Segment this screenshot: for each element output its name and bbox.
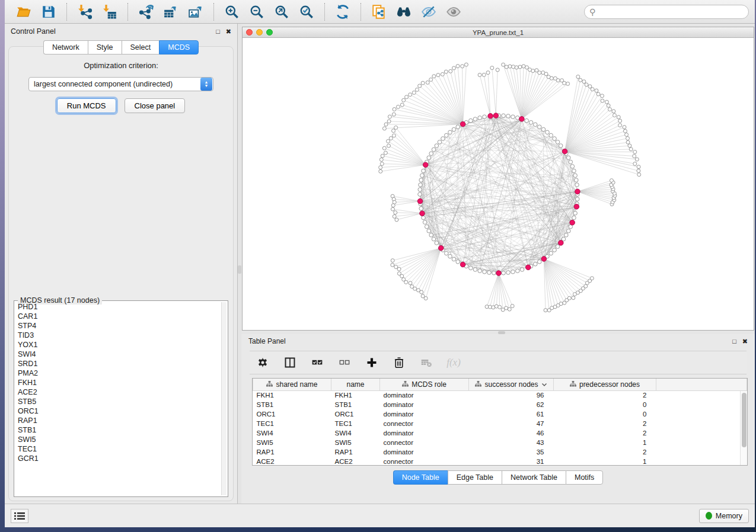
mcds-result-item[interactable]: ORC1 [15, 406, 221, 416]
mcds-result-item[interactable]: SWI4 [15, 350, 221, 359]
network-canvas[interactable] [243, 38, 756, 331]
table-cell[interactable]: 43 [469, 438, 554, 447]
table-cell[interactable]: 2 [554, 390, 656, 400]
table-cell[interactable]: FKH1 [253, 390, 331, 400]
table-cell[interactable]: FKH1 [331, 390, 380, 400]
table-cell[interactable]: 2 [554, 428, 656, 438]
table-cell[interactable]: dominator [380, 390, 469, 400]
table-cell[interactable]: STB1 [331, 400, 380, 409]
table-cell[interactable]: SWI4 [331, 428, 380, 438]
hide-selected-button[interactable] [420, 4, 437, 20]
export-network-button[interactable] [138, 4, 154, 20]
table-cell[interactable]: ORC1 [331, 409, 380, 419]
mcds-result-item[interactable]: YOX1 [15, 340, 221, 350]
close-panel-icon[interactable]: ✖ [742, 338, 748, 345]
show-columns-button[interactable] [283, 355, 297, 370]
table-row[interactable]: SWI5SWI5connector431 [253, 438, 747, 447]
zoom-fit-button[interactable] [273, 4, 290, 20]
table-cell[interactable]: connector [380, 419, 469, 428]
table-row[interactable]: ACE2ACE2connector311 [253, 457, 747, 466]
zoom-selected-button[interactable] [298, 4, 315, 20]
table-settings-button[interactable] [256, 355, 270, 370]
save-button[interactable] [40, 4, 57, 20]
column-name[interactable]: name [331, 379, 380, 390]
mcds-result-item[interactable]: SRD1 [15, 359, 221, 368]
column-shared-name[interactable]: shared name [253, 379, 331, 390]
mcds-result-item[interactable]: FKH1 [15, 378, 221, 387]
function-builder-button[interactable]: f(x) [446, 355, 461, 370]
float-panel-icon[interactable]: □ [732, 338, 736, 345]
table-cell[interactable]: RAP1 [331, 447, 380, 457]
tab-motifs[interactable]: Motifs [566, 470, 603, 485]
network-window-titlebar[interactable]: YPA_prune.txt_1 [243, 27, 754, 38]
table-cell[interactable]: STB1 [253, 400, 331, 409]
column-predecessor-nodes[interactable]: predecessor nodes [554, 379, 656, 390]
open-folder-button[interactable] [15, 4, 32, 20]
show-all-button[interactable] [445, 4, 462, 20]
table-row[interactable]: RAP1RAP1dominator352 [253, 447, 747, 457]
mcds-result-item[interactable]: STB1 [15, 425, 221, 435]
refresh-button[interactable] [334, 4, 351, 20]
table-cell[interactable]: 0 [554, 400, 656, 409]
mcds-result-item[interactable]: TEC1 [15, 444, 221, 454]
table-cell[interactable]: SWI5 [253, 438, 331, 447]
mcds-result-item[interactable]: STB5 [15, 397, 221, 406]
table-cell[interactable]: dominator [380, 400, 469, 409]
table-cell[interactable]: dominator [380, 409, 469, 419]
tab-network-table[interactable]: Network Table [502, 470, 566, 485]
table-cell[interactable]: connector [380, 438, 469, 447]
clone-network-button[interactable] [371, 4, 387, 20]
first-neighbors-button[interactable] [395, 4, 412, 20]
delete-table-button[interactable] [419, 355, 433, 370]
tab-select[interactable]: Select [122, 40, 160, 55]
table-row[interactable]: ORC1ORC1dominator610 [253, 409, 747, 419]
table-scrollbar-thumb[interactable] [742, 393, 747, 447]
table-cell[interactable]: SWI4 [253, 428, 331, 438]
table-row[interactable]: TEC1TEC1connector472 [253, 419, 747, 428]
mcds-result-list[interactable]: PHD1CAR1STP4TID3YOX1SWI4SRD1PMA2FKH1ACE2… [15, 302, 221, 495]
table-cell[interactable]: SWI5 [331, 438, 380, 447]
select-all-button[interactable] [310, 355, 324, 370]
close-panel-button[interactable]: Close panel [125, 98, 186, 113]
tab-style[interactable]: Style [88, 40, 122, 55]
mcds-list-scrollbar[interactable] [221, 302, 227, 495]
tab-network[interactable]: Network [43, 40, 88, 55]
table-cell[interactable]: dominator [380, 447, 469, 457]
table-cell[interactable]: connector [380, 457, 469, 466]
table-cell[interactable]: RAP1 [253, 447, 331, 457]
mcds-result-item[interactable]: RAP1 [15, 416, 221, 425]
table-cell[interactable]: ORC1 [253, 409, 331, 419]
mcds-result-item[interactable]: TID3 [15, 331, 221, 340]
column-mcds-role[interactable]: MCDS role [380, 379, 469, 390]
table-cell[interactable]: 31 [469, 457, 554, 466]
table-cell[interactable]: dominator [380, 428, 469, 438]
zoom-out-button[interactable] [248, 4, 265, 20]
table-row[interactable]: FKH1FKH1dominator962 [253, 390, 747, 400]
search-input[interactable] [598, 8, 744, 16]
task-history-button[interactable] [11, 509, 28, 523]
delete-row-button[interactable] [392, 355, 406, 370]
table-cell[interactable]: 1 [554, 438, 656, 447]
float-panel-icon[interactable]: □ [216, 28, 220, 35]
table-cell[interactable]: 62 [469, 400, 554, 409]
zoom-in-button[interactable] [224, 4, 240, 20]
vertical-splitter[interactable] [237, 24, 241, 504]
table-cell[interactable]: 35 [469, 447, 554, 457]
run-mcds-button[interactable]: Run MCDS [57, 98, 116, 113]
table-row[interactable]: SWI4SWI4dominator462 [253, 428, 747, 438]
table-row[interactable]: STB1STB1dominator620 [253, 400, 747, 409]
column-successor-nodes[interactable]: successor nodes [469, 379, 554, 390]
table-cell[interactable]: 1 [554, 457, 656, 466]
mcds-result-item[interactable]: CAR1 [15, 312, 221, 321]
table-cell[interactable]: 2 [554, 419, 656, 428]
table-cell[interactable]: 46 [469, 428, 554, 438]
table-cell[interactable]: ACE2 [253, 457, 331, 466]
mcds-result-item[interactable]: ACE2 [15, 387, 221, 397]
criterion-select[interactable]: largest connected component (undirected)… [28, 77, 213, 91]
memory-button[interactable]: Memory [699, 509, 749, 523]
table-cell[interactable]: TEC1 [331, 419, 380, 428]
table-cell[interactable]: 61 [469, 409, 554, 419]
mcds-result-item[interactable]: GCR1 [15, 454, 221, 463]
export-image-button[interactable] [187, 4, 204, 20]
import-table-button[interactable] [101, 4, 118, 20]
